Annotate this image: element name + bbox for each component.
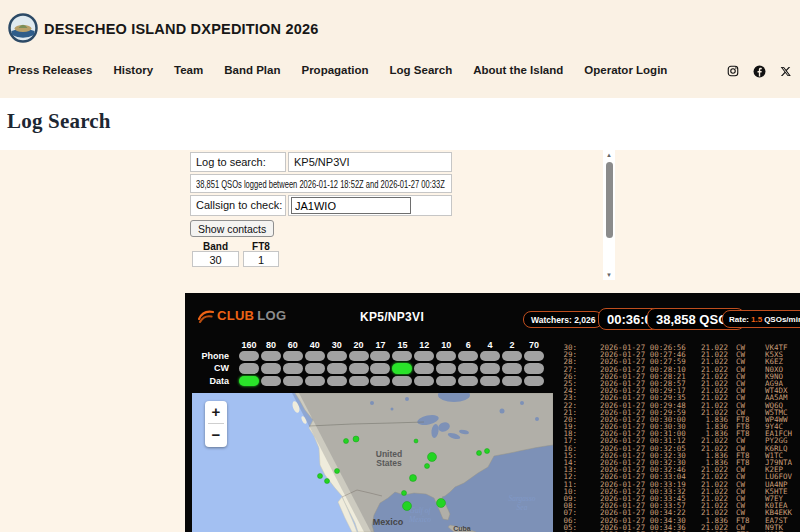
x-icon[interactable] bbox=[778, 64, 792, 78]
matrix-pill bbox=[239, 351, 259, 362]
zoom-in-button[interactable]: + bbox=[205, 401, 227, 423]
show-contacts-button[interactable]: Show contacts bbox=[190, 220, 274, 237]
band-header-30: 30 bbox=[326, 340, 348, 350]
mode-label-cw: CW bbox=[185, 362, 238, 374]
site-title: DESECHEO ISLAND DXPEDITION 2026 bbox=[44, 21, 319, 37]
nav-item-about-the-island[interactable]: About the Island bbox=[473, 64, 563, 76]
matrix-cell-cw-6 bbox=[457, 362, 479, 374]
band-header-60: 60 bbox=[282, 340, 304, 350]
rate-value: 1.5 bbox=[751, 315, 762, 324]
matrix-pill bbox=[480, 363, 500, 374]
nav-item-press-releases[interactable]: Press Releases bbox=[8, 64, 92, 76]
nav-item-history[interactable]: History bbox=[113, 64, 153, 76]
rate-badge: Rate: 1.5 QSOs/min bbox=[722, 310, 800, 328]
qso-dot bbox=[325, 479, 330, 484]
scrollbar-down-arrow-icon[interactable]: ▼ bbox=[603, 270, 615, 280]
matrix-cell-phone-40 bbox=[304, 350, 326, 362]
label-cuba: Cuba bbox=[453, 525, 471, 532]
matrix-cell-data-17 bbox=[370, 375, 392, 387]
matrix-cell-data-160 bbox=[238, 375, 260, 387]
matrix-pill bbox=[502, 376, 522, 387]
svg-text:Mexico: Mexico bbox=[408, 515, 431, 524]
svg-text:States: States bbox=[376, 458, 402, 468]
watchers-badge: Watchers: 2,026 bbox=[523, 311, 603, 328]
qso-summary: 38,851 QSOs logged between 2026-01-12 18… bbox=[190, 174, 452, 193]
callsign-input[interactable] bbox=[291, 197, 411, 214]
matrix-pill bbox=[414, 351, 434, 362]
band-header-4: 4 bbox=[479, 340, 501, 350]
qso-dot bbox=[428, 453, 437, 462]
map[interactable]: United States Mexico Gulf of Mexico Cuba… bbox=[192, 393, 553, 532]
qso-dot bbox=[485, 449, 490, 454]
band-header-6: 6 bbox=[457, 340, 479, 350]
form-scrollbar[interactable]: ▲ ▼ bbox=[603, 150, 615, 280]
matrix-cell-data-20 bbox=[348, 375, 370, 387]
matrix-pill bbox=[458, 376, 478, 387]
matrix-pill bbox=[305, 376, 325, 387]
band-header-12: 12 bbox=[413, 340, 435, 350]
matrix-pill bbox=[370, 376, 390, 387]
matrix-pill bbox=[414, 376, 434, 387]
matrix-cell-phone-70 bbox=[523, 350, 545, 362]
facebook-icon[interactable] bbox=[752, 64, 766, 78]
page-title: Log Search bbox=[7, 109, 111, 134]
nav-item-team[interactable]: Team bbox=[174, 64, 203, 76]
matrix-cell-cw-4 bbox=[479, 362, 501, 374]
matrix-cell-cw-70 bbox=[523, 362, 545, 374]
qso-dot bbox=[402, 491, 407, 496]
site-header: DESECHEO ISLAND DXPEDITION 2026 Press Re… bbox=[0, 0, 800, 98]
matrix-pill bbox=[502, 351, 522, 362]
social-links bbox=[726, 64, 792, 78]
matrix-cell-phone-80 bbox=[260, 350, 282, 362]
matrix-cell-phone-2 bbox=[501, 350, 523, 362]
matrix-pill bbox=[502, 363, 522, 374]
matrix-pill bbox=[327, 363, 347, 374]
matrix-pill bbox=[261, 363, 281, 374]
matrix-corner bbox=[185, 340, 238, 350]
band-header-160: 160 bbox=[238, 340, 260, 350]
svg-text:Sea: Sea bbox=[517, 503, 528, 512]
matrix-cell-phone-6 bbox=[457, 350, 479, 362]
band-header-40: 40 bbox=[304, 340, 326, 350]
qso-dot bbox=[414, 439, 418, 443]
nav-item-log-search[interactable]: Log Search bbox=[390, 64, 453, 76]
nav-item-propagation[interactable]: Propagation bbox=[301, 64, 368, 76]
matrix-pill bbox=[524, 351, 544, 362]
matrix-cell-cw-60 bbox=[282, 362, 304, 374]
widget-title: KP5/NP3VI bbox=[332, 310, 452, 324]
matrix-cell-data-60 bbox=[282, 375, 304, 387]
matrix-cell-phone-12 bbox=[413, 350, 435, 362]
matrix-cell-cw-10 bbox=[435, 362, 457, 374]
band-header-80: 80 bbox=[260, 340, 282, 350]
matrix-pill bbox=[524, 363, 544, 374]
label-gulf: Gulf of bbox=[409, 506, 431, 515]
matrix-pill bbox=[239, 363, 259, 374]
band-header-2: 2 bbox=[501, 340, 523, 350]
instagram-icon[interactable] bbox=[726, 64, 740, 78]
scrollbar-up-arrow-icon[interactable]: ▲ bbox=[603, 150, 615, 160]
clublog-logo: CLUBLOG bbox=[198, 308, 286, 323]
matrix-cell-cw-160 bbox=[238, 362, 260, 374]
matrix-cell-phone-160 bbox=[238, 350, 260, 362]
map-container: United States Mexico Gulf of Mexico Cuba… bbox=[192, 393, 553, 532]
matrix-pill bbox=[349, 376, 369, 387]
zoom-out-button[interactable]: − bbox=[205, 424, 227, 446]
nav-item-operator-login[interactable]: Operator Login bbox=[584, 64, 667, 76]
band-header-10: 10 bbox=[435, 340, 457, 350]
title-strip: Log Search bbox=[0, 98, 800, 150]
qso-dot bbox=[437, 499, 446, 508]
matrix-cell-data-4 bbox=[479, 375, 501, 387]
matrix-cell-data-70 bbox=[523, 375, 545, 387]
clublog-brand-log: LOG bbox=[257, 308, 286, 323]
qso-dot bbox=[353, 436, 359, 442]
nav-item-band-plan[interactable]: Band Plan bbox=[224, 64, 280, 76]
matrix-cell-cw-17 bbox=[370, 362, 392, 374]
matrix-pill bbox=[261, 376, 281, 387]
matrix-pill-active bbox=[392, 363, 412, 374]
log-to-search-label: Log to search: bbox=[190, 152, 286, 172]
matrix-pill-active bbox=[239, 376, 259, 387]
scrollbar-thumb[interactable] bbox=[606, 162, 613, 238]
matrix-cell-data-40 bbox=[304, 375, 326, 387]
matrix-pill bbox=[480, 351, 500, 362]
qso-dot bbox=[318, 474, 323, 479]
